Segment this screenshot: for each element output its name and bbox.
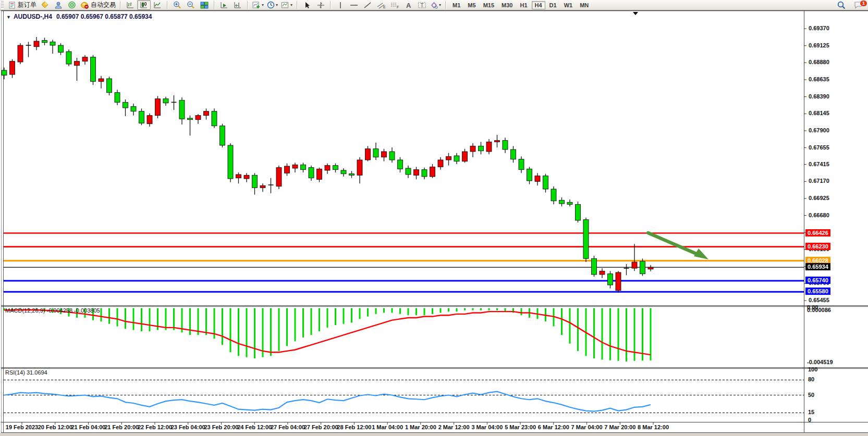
chart-shift-icon <box>234 2 242 9</box>
terminal-window: { "toolbar": { "new_order_label": "新订单",… <box>0 0 868 436</box>
rsi-tick-label: 0 <box>808 417 811 423</box>
time-tick-label: 6 Mar 12:00 <box>538 424 569 430</box>
time-tick-label: 20 Feb 12:00 <box>38 424 72 430</box>
toolbar-separator <box>214 1 215 9</box>
svg-text:F: F <box>397 5 399 9</box>
bar-chart-icon <box>126 2 135 9</box>
macd-axis-min: -0.004519 <box>807 359 833 365</box>
candlestick-chart-icon <box>140 2 148 9</box>
rsi-value: 31.0694 <box>27 369 47 376</box>
signal-button[interactable] <box>65 0 79 10</box>
zoom-out-icon <box>187 1 195 9</box>
chart-shift-button[interactable] <box>231 0 244 10</box>
indicators-icon <box>252 2 261 9</box>
price-tick-label: 0.68145 <box>809 110 829 116</box>
timeframe-button-M1[interactable]: M1 <box>449 1 463 9</box>
shapes-caret-icon: ▾ <box>439 3 441 7</box>
channel-button[interactable]: E <box>374 0 388 10</box>
new-order-icon <box>8 2 16 9</box>
price-tick-label: 0.67415 <box>809 161 829 167</box>
timeframe-button-H4[interactable]: H4 <box>532 1 545 9</box>
template-icon <box>281 2 289 9</box>
timeframe-group: M1M5M15M30H1H4D1W1MN <box>447 0 594 10</box>
channel-icon: E <box>377 2 386 9</box>
fibonacci-icon: F <box>390 2 399 9</box>
shapes-icon <box>430 2 438 9</box>
crosshair-icon <box>317 2 325 9</box>
notifications-button[interactable]: 1 <box>851 0 865 10</box>
zoom-in-button[interactable] <box>170 0 184 10</box>
toolbar-separator <box>330 1 331 9</box>
price-tick-label: 0.65455 <box>809 297 829 303</box>
time-tick-label: 22 Feb 12:00 <box>138 424 172 430</box>
timeframe-button-D1[interactable]: D1 <box>546 1 560 9</box>
search-button[interactable] <box>835 0 848 10</box>
auto-scroll-icon <box>220 2 228 9</box>
chart-title: ▼AUDUSD-,H40.65907 0.65967 0.65877 0.659… <box>6 13 152 20</box>
timeframe-button-M15[interactable]: M15 <box>480 1 497 9</box>
crosshair-button[interactable] <box>314 0 327 10</box>
price-chart-pane[interactable] <box>4 11 804 305</box>
chart-collapse-icon[interactable]: ▼ <box>6 15 11 20</box>
zoom-in-icon <box>173 1 181 9</box>
zoom-out-button[interactable] <box>184 0 198 10</box>
rsi-tick-label: 50 <box>808 392 814 398</box>
period-button[interactable]: ▾ <box>265 0 279 10</box>
time-tick-label: 5 Mar 23:00 <box>505 424 536 430</box>
search-icon <box>837 1 846 9</box>
autotrade-button[interactable]: 自动交易 <box>79 0 117 10</box>
rsi-tick-label: 80 <box>808 376 814 382</box>
timeframe-button-MN[interactable]: MN <box>577 1 592 9</box>
market-button[interactable] <box>38 0 52 10</box>
fibonacci-button[interactable]: F <box>388 0 401 10</box>
price-tick-label: 0.67170 <box>809 178 829 184</box>
price-tick-label: 0.69370 <box>809 25 829 31</box>
toolbar-grip[interactable] <box>1 1 4 9</box>
macd-pane[interactable] <box>4 307 804 367</box>
line-chart-button[interactable] <box>151 0 164 10</box>
chart-symbol: AUDUSD-,H4 <box>14 13 52 20</box>
auto-scroll-button[interactable] <box>217 0 231 10</box>
timeframe-button-W1[interactable]: W1 <box>561 1 576 9</box>
horizontal-line-button[interactable] <box>347 0 361 10</box>
timeframe-button-H1[interactable]: H1 <box>517 1 530 9</box>
svg-text:A: A <box>406 2 411 9</box>
toolbar-separator <box>167 1 168 9</box>
price-level-badge: 0.66426 <box>805 229 830 236</box>
text-button[interactable]: A <box>401 0 415 10</box>
price-tick-label: 0.67655 <box>809 144 829 151</box>
bar-chart-button[interactable] <box>124 0 137 10</box>
shapes-button[interactable]: ▾ <box>429 0 443 10</box>
price-level-badge: 0.65580 <box>805 288 830 295</box>
rsi-pane[interactable] <box>4 369 804 421</box>
tile-windows-icon <box>200 2 209 9</box>
trendline-button[interactable] <box>361 0 374 10</box>
macd-signal-value: -0.003805 <box>74 307 100 314</box>
toolbar-separator <box>297 1 298 9</box>
notification-badge: 1 <box>860 0 867 7</box>
timeframe-button-M30[interactable]: M30 <box>498 1 516 9</box>
text-label-button[interactable]: T <box>415 0 429 10</box>
autotrade-icon <box>80 1 89 9</box>
community-button[interactable] <box>52 0 65 10</box>
template-button[interactable]: ▾ <box>279 0 294 10</box>
price-level-badge: 0.66230 <box>805 243 830 250</box>
trendline-icon <box>363 2 372 9</box>
price-level-badge: 0.65740 <box>805 277 830 284</box>
timeframe-button-M5[interactable]: M5 <box>464 1 479 9</box>
macd-main-value: -0.004258 <box>46 307 72 314</box>
time-tick-label: 7 Mar 20:00 <box>604 424 635 430</box>
period-icon <box>267 1 275 9</box>
new-order-label: 新订单 <box>18 1 36 9</box>
macd-label: MACD(12,26,9) -0.004258 -0.003805 <box>5 307 100 314</box>
tile-windows-button[interactable] <box>198 0 211 10</box>
price-level-badge: 0.65934 <box>805 263 830 270</box>
vertical-line-button[interactable] <box>334 0 347 10</box>
indicators-button[interactable]: ▾ <box>251 0 265 10</box>
candlestick-chart-button[interactable] <box>137 0 151 10</box>
cursor-button[interactable] <box>300 0 314 10</box>
time-tick-label: 19 Feb 2023 <box>6 424 38 430</box>
new-order-button[interactable]: 新订单 <box>7 0 38 10</box>
time-tick-label: 23 Feb 04:00 <box>171 424 205 430</box>
svg-text:T: T <box>420 3 423 8</box>
